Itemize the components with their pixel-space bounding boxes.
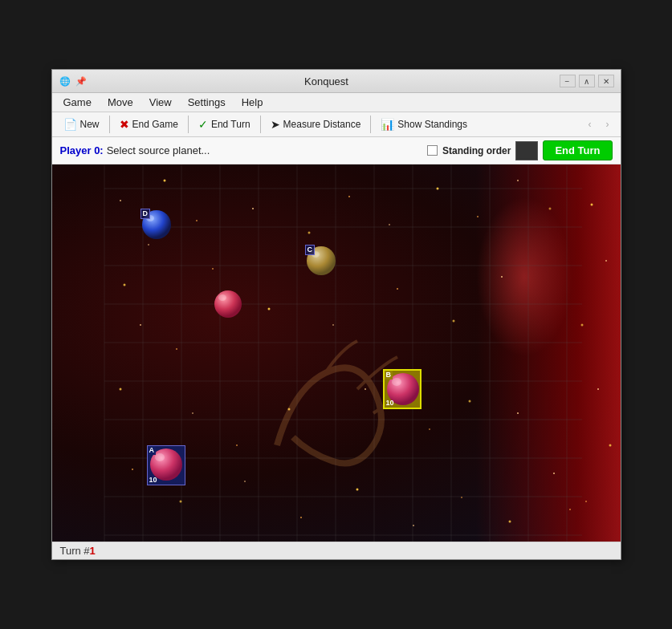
planet-pink-box[interactable] [213,289,243,319]
game-area[interactable]: D [52,164,621,542]
svg-point-59 [508,521,511,523]
status-bar-bottom: Turn # 1 [52,542,621,559]
svg-point-26 [148,244,149,246]
svg-point-57 [413,525,414,526]
toolbar-nav: ‹ › [582,116,616,132]
svg-point-43 [501,276,503,278]
main-window: 🌐 📌 Konquest − ∧ ✕ Game Move View Settin… [51,69,621,560]
window-title: Konquest [94,75,560,87]
menu-move[interactable]: Move [100,95,141,110]
title-bar-controls: − ∧ ✕ [560,75,614,87]
title-bar: 🌐 📌 Konquest − ∧ ✕ [52,70,621,93]
close-button[interactable]: ✕ [598,75,614,87]
svg-point-24 [163,180,165,182]
show-standings-icon: 📊 [381,118,394,131]
app-icon: 🌐 [59,75,71,87]
planet-D-label: D [141,209,151,219]
planet-C-box[interactable]: C [305,245,337,277]
svg-point-73 [218,294,226,301]
planet-A-ships: 10 [149,477,157,484]
end-turn-toolbar-button[interactable]: ✓ End Turn [192,116,257,133]
svg-point-75 [392,378,401,386]
menu-bar: Game Move View Settings Help [52,93,621,112]
svg-point-29 [252,208,254,209]
new-icon: 📄 [63,118,77,131]
toolbar-separator-4 [370,116,371,133]
planet-B-container[interactable]: B 10 [383,369,422,409]
planet-pink-container[interactable] [213,289,243,323]
status-bar-top: Player 0: Select source planet... Standi… [52,137,621,164]
new-button[interactable]: 📄 New [57,116,106,133]
svg-point-58 [461,497,462,498]
svg-point-38 [176,348,177,350]
player-label: Player 0: [60,144,104,156]
svg-point-23 [120,200,121,201]
nav-back-button[interactable]: ‹ [582,116,598,132]
title-bar-icons: 🌐 📌 [59,75,88,87]
show-standings-label: Show Standings [397,119,467,130]
color-swatch [515,141,538,160]
turn-number: 1 [90,545,96,557]
svg-point-45 [192,412,193,414]
toolbar-separator-3 [260,116,261,133]
status-message: Select source planet... [107,144,210,156]
measure-distance-button[interactable]: ➤ Measure Distance [264,116,368,133]
planet-A-label: A [148,446,157,455]
svg-point-61 [569,509,571,510]
planet-pink[interactable] [213,289,243,319]
planet-B-ships: 10 [386,400,394,407]
nav-forward-button[interactable]: › [600,116,616,132]
svg-point-60 [553,473,555,474]
svg-point-41 [397,288,398,290]
end-turn-label: End Turn [211,119,250,130]
standing-order-area: Standing order End Turn [427,140,612,160]
svg-point-62 [590,204,593,206]
menu-settings[interactable]: Settings [180,95,234,110]
standing-order-label: Standing order [442,145,511,156]
svg-point-44 [119,388,121,391]
svg-point-72 [214,290,242,318]
end-game-icon: ✖ [120,118,129,131]
svg-point-27 [123,284,125,286]
planet-A-container[interactable]: A 10 [147,445,185,485]
end-turn-button[interactable]: End Turn [543,140,612,160]
svg-point-35 [517,180,519,181]
toolbar: 📄 New ✖ End Game ✓ End Turn ➤ Measure Di… [52,112,621,137]
svg-point-30 [307,232,310,234]
end-turn-icon: ✓ [198,118,208,131]
svg-point-37 [140,324,141,326]
menu-view[interactable]: View [141,95,180,110]
planet-D-container[interactable]: D [141,209,173,244]
svg-point-52 [132,469,133,470]
svg-point-51 [517,412,519,414]
turn-prefix: Turn # [60,545,90,557]
svg-point-28 [212,268,214,270]
planet-C-container[interactable]: C [305,245,337,280]
svg-point-77 [155,453,165,461]
svg-point-55 [300,517,302,518]
svg-point-33 [436,188,438,190]
svg-point-65 [597,388,599,390]
measure-distance-label: Measure Distance [283,119,361,130]
svg-point-63 [605,260,607,262]
planet-B-label: B [385,371,393,379]
pin-icon: 📌 [75,75,88,87]
menu-help[interactable]: Help [234,95,271,110]
svg-point-42 [452,320,454,323]
end-game-button[interactable]: ✖ End Game [113,116,185,133]
svg-point-64 [580,324,583,327]
planet-D-box[interactable]: D [141,209,173,241]
end-game-label: End Game [132,119,178,130]
planet-C-label: C [305,245,316,255]
toolbar-separator-1 [109,116,110,133]
svg-point-25 [196,220,198,221]
minimize-button[interactable]: − [560,75,576,87]
maximize-button[interactable]: ∧ [579,75,595,87]
svg-point-56 [356,489,358,491]
svg-point-53 [179,501,181,503]
menu-game[interactable]: Game [55,95,100,110]
standing-order-checkbox[interactable] [427,145,438,156]
show-standings-button[interactable]: 📊 Show Standings [374,116,474,133]
svg-point-31 [348,196,350,197]
measure-distance-icon: ➤ [271,118,280,131]
